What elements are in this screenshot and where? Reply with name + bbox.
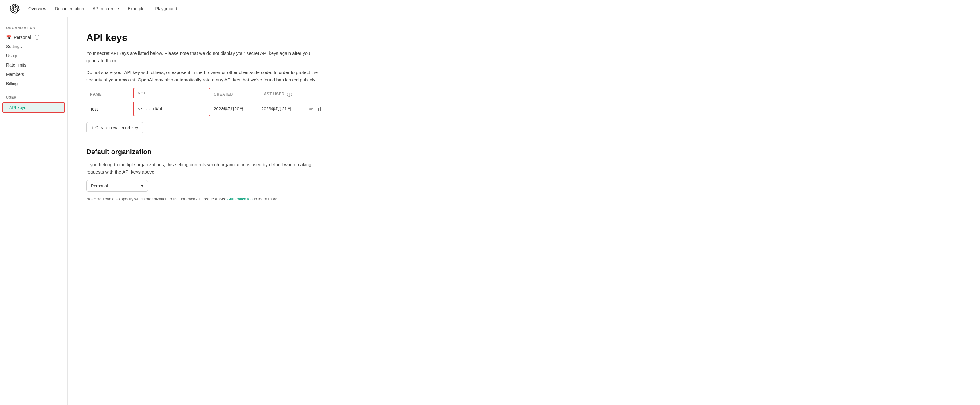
layout: ORGANIZATION 📅 Personal i Settings Usage… [0,17,980,405]
sidebar-item-billing-label: Billing [6,81,18,86]
cell-key: sk-...dWoU [134,101,210,117]
default-org-title: Default organization [86,148,345,156]
th-last-used: LAST USED i [258,88,305,101]
sidebar-item-personal-label: Personal [14,35,31,40]
note-prefix: Note: You can also specify which organiz… [86,197,227,201]
sidebar-item-members-label: Members [6,72,24,77]
th-key: KEY [134,88,210,101]
authentication-link[interactable]: Authentication [227,197,252,201]
header: Overview Documentation API reference Exa… [0,0,980,17]
note-text: Note: You can also specify which organiz… [86,197,308,201]
sidebar-item-members[interactable]: Members [0,70,67,79]
api-keys-table-wrapper: NAME KEY CREATED LAST USED i [86,88,327,117]
sidebar-item-rate-limits-label: Rate limits [6,62,26,67]
nav-overview[interactable]: Overview [29,6,46,11]
nav-links: Overview Documentation API reference Exa… [29,6,970,11]
cell-actions: ✏ 🗑 [305,101,327,117]
sidebar-item-usage-label: Usage [6,53,19,58]
sidebar-item-personal[interactable]: 📅 Personal i [0,33,67,42]
sidebar-item-settings[interactable]: Settings [0,42,67,51]
page-title: API keys [86,32,345,43]
nav-playground[interactable]: Playground [155,6,177,11]
sidebar-item-usage[interactable]: Usage [0,51,67,61]
sidebar-item-settings-label: Settings [6,44,22,49]
user-section: USER API keys [0,96,67,113]
description-1: Your secret API keys are listed below. P… [86,49,327,64]
sidebar-item-api-keys-label: API keys [9,105,26,110]
edit-key-button[interactable]: ✏ [309,105,314,113]
sidebar: ORGANIZATION 📅 Personal i Settings Usage… [0,17,68,405]
personal-icon: 📅 [6,35,11,40]
cell-name: Test [86,101,134,117]
main-content: API keys Your secret API keys are listed… [68,17,364,405]
api-keys-active-box: API keys [2,102,65,113]
last-used-info-icon[interactable]: i [287,92,292,97]
delete-key-button[interactable]: 🗑 [317,106,323,113]
default-org-description: If you belong to multiple organizations,… [86,161,327,176]
sidebar-item-rate-limits[interactable]: Rate limits [0,61,67,70]
th-created: CREATED [210,88,258,101]
note-suffix: to learn more. [253,197,278,201]
cell-created: 2023年7月20日 [210,101,258,117]
create-secret-key-button[interactable]: + Create new secret key [86,122,143,133]
key-header-bordered: KEY [134,88,210,98]
sidebar-item-billing[interactable]: Billing [0,79,67,88]
chevron-down-icon: ▾ [141,183,143,188]
org-section: ORGANIZATION 📅 Personal i Settings Usage… [0,26,67,88]
org-section-label: ORGANIZATION [0,26,67,30]
description-2: Do not share your API key with others, o… [86,69,327,83]
openai-logo [10,4,20,14]
nav-documentation[interactable]: Documentation [55,6,84,11]
th-name: NAME [86,88,134,101]
user-section-label: USER [0,96,67,99]
nav-examples[interactable]: Examples [127,6,146,11]
th-actions [305,88,327,101]
cell-last-used: 2023年7月21日 [258,101,305,117]
key-value-bordered: sk-...dWoU [134,102,210,116]
org-dropdown-value: Personal [91,183,108,188]
org-dropdown[interactable]: Personal ▾ [86,180,148,192]
action-icons: ✏ 🗑 [309,105,323,113]
api-keys-table: NAME KEY CREATED LAST USED i [86,88,327,117]
sidebar-item-api-keys[interactable]: API keys [3,103,64,112]
table-row: Test sk-...dWoU 2023年7月20日 2023年7月21日 ✏ … [86,101,327,117]
nav-api-reference[interactable]: API reference [93,6,119,11]
personal-info-icon[interactable]: i [35,35,40,40]
